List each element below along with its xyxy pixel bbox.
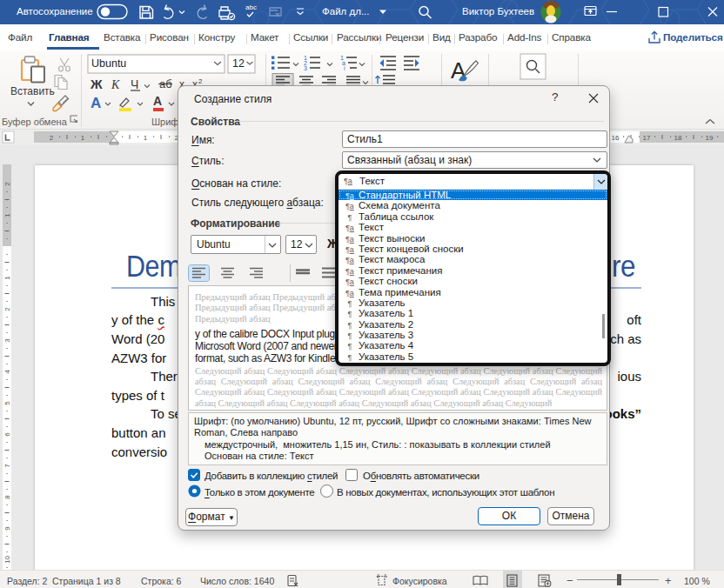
- svg-text:9: 9: [3, 526, 11, 531]
- svg-text:6: 6: [3, 432, 11, 437]
- svg-text:1: 1: [3, 276, 11, 280]
- svg-text:Ж: Ж: [90, 77, 103, 91]
- svg-text:7: 7: [3, 464, 11, 468]
- svg-text:19: 19: [706, 134, 714, 142]
- svg-text:1: 1: [144, 134, 148, 142]
- svg-text:А: А: [153, 94, 162, 108]
- svg-text:2: 2: [50, 134, 54, 142]
- svg-text:10: 10: [3, 556, 11, 564]
- svg-text:4: 4: [3, 370, 11, 374]
- svg-text:16: 16: [612, 134, 620, 142]
- svg-text:3: 3: [304, 65, 307, 71]
- svg-text:2: 2: [3, 182, 11, 186]
- svg-text:Ч: Ч: [131, 77, 138, 91]
- svg-text:3: 3: [3, 338, 11, 343]
- svg-text:1: 1: [3, 213, 11, 217]
- svg-text:2: 2: [198, 77, 203, 85]
- svg-text:5: 5: [3, 401, 11, 405]
- svg-text:18: 18: [674, 134, 682, 142]
- svg-text:17: 17: [643, 134, 651, 142]
- svg-text:2: 2: [3, 307, 11, 311]
- svg-text:1: 1: [81, 134, 85, 142]
- svg-text:К: К: [111, 78, 120, 91]
- svg-text:abc: abc: [245, 3, 257, 11]
- svg-text:8: 8: [3, 495, 11, 499]
- svg-text:А: А: [90, 95, 101, 111]
- svg-text:i: i: [344, 65, 345, 71]
